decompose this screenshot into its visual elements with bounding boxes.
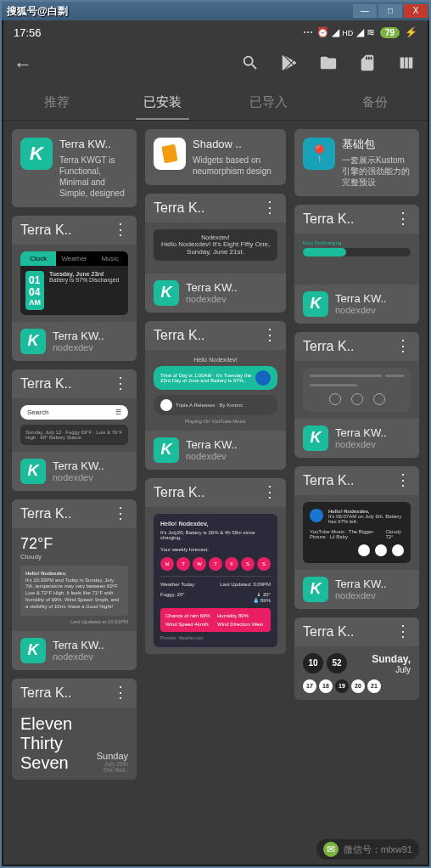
pack-basic[interactable]: 📍 基础包 一套展示Kustom引擎的强劲能力的完整预设 [294,129,419,196]
prev-icon [358,544,370,556]
more-icon[interactable]: ⋮ [395,476,411,484]
tab-recommended[interactable]: 推荐 [3,86,109,119]
kustom-icon: K [20,138,53,170]
more-icon[interactable]: ⋮ [113,689,128,696]
preset-grid: K Terra KW.. Terra KWGT is Functional, M… [3,121,428,865]
shadow-pack-icon [154,138,186,170]
preset-card[interactable]: Terra K..⋮ Hello! Nodexdev,It's 06:07AM … [294,466,419,609]
basic-pack-icon: 📍 [303,138,335,170]
more-icon[interactable]: ⋮ [262,331,277,339]
preset-card[interactable]: Terra K..⋮ Hello Nodexdev! Time of Day i… [145,321,286,470]
more-icon[interactable]: ⋮ [395,215,411,223]
next-icon [373,393,385,405]
more-icon[interactable]: ⋮ [262,488,277,496]
pack-shadow[interactable]: Shadow .. Widgets based on neumorphism d… [145,129,286,185]
pack-terra[interactable]: K Terra KW.. Terra KWGT is Functional, M… [12,129,137,207]
tab-bar: 推荐 已安装 已导入 备份 [3,85,428,121]
preset-card[interactable]: Terra K..⋮ KTerra KW..nodexdev [294,332,419,458]
tab-installed[interactable]: 已安装 [109,86,216,119]
preset-card[interactable]: Terra K..⋮ ElevenThirty Seven SundayJuly… [12,679,137,780]
status-time: 17:56 [14,26,42,39]
watermark: ✉ 微信号：mlxw91 [316,839,419,860]
battery-indicator: 79 [380,27,400,38]
back-button[interactable]: ← [14,54,32,76]
window-maximize-button[interactable]: □ [378,4,402,18]
next-icon [392,544,404,556]
prev-icon [329,393,341,405]
kustom-icon: K [20,329,46,354]
status-bar: 17:56 ⋯ ⏰ ◢ HD ◢ ≋ 79 ⚡ [3,20,428,44]
more-icon[interactable]: ⋮ [395,628,411,635]
play-icon [160,399,172,411]
preset-card[interactable]: Terra K..⋮ Now Discharging KTerra KW..no… [294,205,419,324]
more-icon[interactable]: ⋮ [113,380,128,387]
pack-title: Terra KW.. [59,138,128,152]
preset-card[interactable]: Terra K..⋮ 1052 Sunday,July 17 18 19 [294,617,419,700]
window-minimize-button[interactable]: — [353,4,377,18]
folder-icon[interactable] [317,54,339,76]
avatar-icon [310,509,323,522]
avatar-icon [255,370,271,386]
preset-card[interactable]: Terra K..⋮ 72°F Cloudy Hello! Nodexdev,I… [12,499,137,670]
preset-title: Terra K.. [20,223,113,238]
more-icon[interactable]: ⋮ [395,342,411,350]
window-titlebar: 搜狐号@白剽 — □ X [2,2,429,20]
tab-imported[interactable]: 已导入 [216,86,322,119]
more-icon[interactable]: ⋮ [113,226,128,234]
window-close-button[interactable]: X [404,4,428,18]
preset-card[interactable]: Terra K..⋮ ClockWeatherMusic 0104AM Tues… [12,216,137,361]
search-icon[interactable] [239,54,261,76]
preset-card[interactable]: Terra K..⋮ Nodexdev!Hello Nodexdev! It's… [145,194,286,313]
wechat-icon: ✉ [323,842,339,857]
charging-icon: ⚡ [405,26,417,38]
status-icons: ⋯ ⏰ ◢ HD ◢ ≋ [303,26,375,38]
more-icon[interactable]: ⋮ [113,510,128,517]
sd-card-icon[interactable] [356,54,378,76]
preset-card[interactable]: Terra K..⋮ Hello! Nodexdev, It's July20,… [145,478,286,654]
more-icon[interactable]: ⋮ [262,204,277,211]
window-title: 搜狐号@白剽 [3,4,68,19]
play-icon [351,393,363,405]
pack-desc: Terra KWGT is Functional, Minimal and Si… [59,155,128,199]
toolbar: ← [3,44,428,85]
play-store-icon[interactable] [278,54,300,76]
tab-backup[interactable]: 备份 [322,86,428,119]
play-icon [375,544,387,556]
preset-card[interactable]: Terra K..⋮ Search☰ Sunday, July 12 · Fog… [12,369,137,491]
grid-view-icon[interactable] [395,54,417,76]
